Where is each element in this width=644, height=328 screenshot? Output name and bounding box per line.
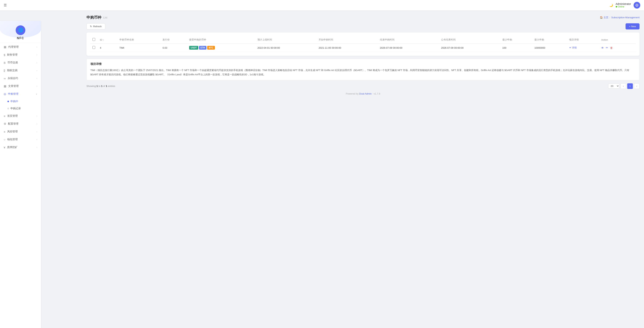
breadcrumb: 🏠 主页 / Subscription-Management: [600, 16, 640, 19]
sidebar-item-finance[interactable]: $ 财务管理 ‹: [0, 51, 41, 59]
wallet-arrow: ‹: [36, 138, 37, 141]
sidebar-item-wallet[interactable]: ○ 钱包管理 ‹: [0, 136, 41, 143]
moon-icon[interactable]: 🌙: [609, 4, 613, 7]
footer-link[interactable]: Dcat Admin: [359, 92, 372, 95]
showing-from: 1: [96, 85, 98, 88]
pagination: 20 50 100 ‹ 1 ›: [608, 83, 640, 89]
sub-active-dot: [8, 101, 9, 102]
sidebar-item-subscription[interactable]: ◎ 申购管理 ∨: [0, 90, 41, 98]
action-wrap: 👁 ✏ 🗑: [601, 46, 634, 50]
pledge-mine-arrow: ‹: [36, 146, 37, 148]
row-checkbox[interactable]: [92, 46, 95, 49]
breadcrumb-current: Subscription-Management: [611, 16, 640, 19]
header-checkbox-cell: [90, 36, 98, 44]
risk-arrow: ‹: [36, 131, 37, 133]
sub-record-dot: [8, 108, 9, 109]
sidebar-item-perpetual[interactable]: ∞ 永续合约 ‹: [0, 74, 41, 82]
table-card: ID ↑ 申购币种名称 发行价 接受申购的币种 预计上线时间 开始申购时间 结束…: [86, 33, 640, 56]
header-start-time: 开始申购时间: [316, 36, 378, 44]
menu-icon[interactable]: ☰: [4, 3, 7, 7]
sidebar-item-futures[interactable]: ₿ 期权交易 ‹: [0, 67, 41, 74]
home-mgmt-icon: ≡: [4, 115, 6, 118]
sidebar-label-perpetual: 永续合约: [8, 77, 18, 80]
table-header-row: ID ↑ 申购币种名称 发行价 接受申购的币种 预计上线时间 开始申购时间 结束…: [90, 36, 636, 44]
edit-icon[interactable]: ✏: [606, 46, 608, 50]
config-icon: ⚙: [4, 122, 6, 126]
power-button[interactable]: ⏻: [634, 2, 640, 9]
pagination-wrap: Showing 1 to 1 of 1 entries 20 50 100 ‹ …: [86, 83, 640, 89]
header-min-sub: 最少申购: [500, 36, 532, 44]
finance-arrow: ‹: [36, 54, 37, 56]
refresh-label: Refresh: [93, 25, 102, 28]
per-page-select[interactable]: 20 50 100: [608, 84, 620, 89]
sidebar-item-article[interactable]: ▦ 文章管理 ‹: [0, 82, 41, 90]
page-title-area: 申购币种 List: [86, 15, 107, 20]
row-start-time: 2021-11-05 00:00:00: [316, 44, 378, 52]
header-price: 发行价: [160, 36, 187, 44]
next-page-button[interactable]: ›: [634, 83, 640, 89]
sidebar-label-coin-trade: 币币交易: [8, 61, 18, 64]
showing-text: Showing 1 to 1 of 1 entries: [86, 85, 115, 88]
breadcrumb-home[interactable]: 🏠 主页: [600, 16, 608, 19]
sort-icon[interactable]: ↑: [103, 39, 104, 41]
sidebar-item-coin-trade[interactable]: B 币币交易 ‹: [0, 59, 41, 67]
header-name: 申购币种名称: [117, 36, 160, 44]
breadcrumb-home-label: 主页: [604, 16, 608, 19]
config-arrow: ‹: [36, 123, 37, 125]
header-publish-time: 公布结果时间: [439, 36, 500, 44]
subscription-submenu: 申购中 申购记录: [0, 98, 41, 112]
sidebar-item-risk[interactable]: ≡ 风控管理 ‹: [0, 128, 41, 136]
header-action: Action: [599, 36, 636, 44]
sidebar-item-pledge-mine[interactable]: ¥ 质押挖矿 ‹: [0, 143, 41, 151]
row-end-time: 2026-07-09 00:00:00: [378, 44, 439, 52]
page-header: 申购币种 List 🏠 主页 / Subscription-Management: [86, 15, 640, 20]
detail-link[interactable]: ✦ 详情: [569, 46, 597, 50]
refresh-icon: ↻: [90, 25, 92, 28]
coin-trade-arrow: ‹: [36, 62, 37, 64]
new-button[interactable]: + New: [626, 23, 640, 30]
select-all-checkbox[interactable]: [92, 38, 95, 41]
home-mgmt-arrow: ‹: [36, 115, 37, 117]
badge-usdt: USDT: [189, 46, 198, 50]
badge-eth: ETH: [199, 46, 206, 50]
admin-info: Administrator Online: [616, 3, 631, 8]
sidebar-item-sub-record[interactable]: 申购记录: [8, 105, 41, 112]
row-publish-time: 2026-07-09 00:00:00: [439, 44, 500, 52]
article-arrow: ‹: [36, 85, 37, 87]
sidebar-label-pledge-mine: 质押挖矿: [7, 146, 18, 149]
sidebar-item-sub-active[interactable]: 申购中: [8, 98, 41, 105]
row-action: 👁 ✏ 🗑: [599, 44, 636, 52]
new-label: + New: [629, 25, 636, 28]
row-id: 4: [98, 44, 117, 52]
perpetual-icon: ∞: [4, 77, 6, 80]
article-icon: ▦: [4, 85, 6, 88]
view-icon[interactable]: 👁: [601, 46, 604, 50]
home-breadcrumb-icon: 🏠: [600, 16, 603, 19]
detail-box-title: 项目详情: [90, 62, 636, 66]
prev-page-button[interactable]: ‹: [620, 83, 626, 89]
detail-box-content: TIMI（项目总发行量100亿）由土耳其的一个团队于 25/07/2021 推出…: [90, 68, 636, 77]
header-id: ID ↑: [98, 36, 117, 44]
sub-record-label: 申购记录: [10, 107, 21, 110]
footer: Powered by Dcat Admin · v1.7.8: [86, 89, 640, 99]
perpetual-arrow: ‹: [36, 77, 37, 80]
sidebar-label-risk: 风控管理: [7, 130, 18, 133]
sidebar-item-agent[interactable]: ▦ 代理管理 ‹: [0, 43, 41, 51]
table-wrap: ID ↑ 申购币种名称 发行价 接受申购的币种 预计上线时间 开始申购时间 结束…: [90, 36, 636, 52]
risk-icon: ≡: [4, 130, 6, 133]
row-min-sub: 100: [500, 44, 532, 52]
delete-icon[interactable]: 🗑: [610, 46, 613, 50]
page-1-button[interactable]: 1: [627, 83, 633, 89]
header-accepted-coins: 接受申购的币种: [187, 36, 255, 44]
futures-icon: ₿: [4, 69, 5, 72]
coin-badges: USDT ETH BTC: [189, 46, 253, 50]
sidebar-item-config[interactable]: ⚙ 配置管理 ‹: [0, 120, 41, 128]
header-project-detail: 项目详情: [567, 36, 599, 44]
finance-icon: $: [4, 53, 5, 57]
sidebar-label-agent: 代理管理: [8, 45, 19, 49]
futures-arrow: ‹: [36, 69, 37, 72]
refresh-button[interactable]: ↻ Refresh: [86, 23, 105, 30]
badge-btc: BTC: [207, 46, 215, 50]
sidebar-item-home-mgmt[interactable]: ≡ 首页管理 ‹: [0, 112, 41, 120]
sidebar-label-config: 配置管理: [8, 122, 18, 126]
